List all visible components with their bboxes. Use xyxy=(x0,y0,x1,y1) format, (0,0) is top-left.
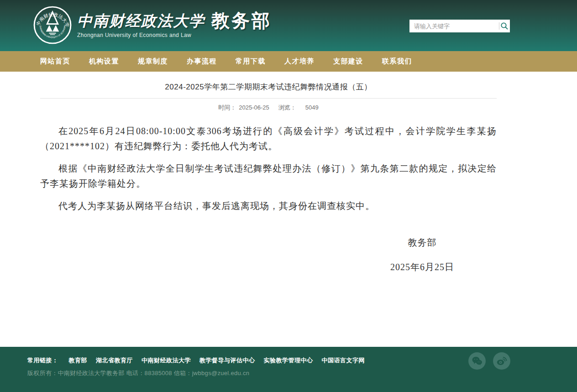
article-title: 2024-2025学年第二学期期末考试违纪舞弊情况通报（五） xyxy=(40,82,497,99)
nav-item-organization[interactable]: 机构设置 xyxy=(89,57,119,66)
meta-time-value: 2025-06-25 xyxy=(239,104,269,111)
site-header: 中南财经政法大学 ZHONGNAN UNIVERSITY OF ECONOMIC… xyxy=(0,0,577,51)
footer-link-supervision-center[interactable]: 教学督导与评估中心 xyxy=(199,356,255,365)
nav-item-party-branch[interactable]: 支部建设 xyxy=(333,57,363,66)
signature-date: 2025年6月25日 xyxy=(358,261,486,273)
seal-icon: 中南财经政法大学 ZHONGNAN UNIVERSITY OF ECONOMIC… xyxy=(33,6,72,44)
footer-link-moe[interactable]: 教育部 xyxy=(69,356,88,365)
meta-views-label: 浏览： xyxy=(278,104,296,111)
paragraph-3: 代考人为李某扬从网络平台结识，事发后逃离现场，其身份在调查核实中。 xyxy=(40,199,497,214)
nav-item-talent[interactable]: 人才培养 xyxy=(284,57,315,66)
wechat-glyph xyxy=(472,356,483,366)
nav-item-home[interactable]: 网站首页 xyxy=(40,57,70,66)
signature-block: 教务部 2025年6月25日 xyxy=(358,236,486,273)
search-box xyxy=(409,20,510,32)
site-footer: 常用链接： 教育部 湖北省教育厅 中南财经政法大学 教学督导与评估中心 实验教学… xyxy=(0,347,577,392)
footer-link-experiment-center[interactable]: 实验教学管理中心 xyxy=(264,356,313,365)
content-area: 2024-2025学年第二学期期末考试违纪舞弊情况通报（五） 时间：2025-0… xyxy=(0,72,577,347)
page: 中南财经政法大学 ZHONGNAN UNIVERSITY OF ECONOMIC… xyxy=(0,0,577,392)
paragraph-1: 在2025年6月24日08:00-10:00文泰306考场进行的《高级会计学》考… xyxy=(40,124,497,154)
wechat-icon[interactable] xyxy=(468,352,486,370)
footer-links-label: 常用链接： xyxy=(27,356,58,365)
meta-views-value: 5049 xyxy=(305,104,319,111)
nav-item-procedures[interactable]: 办事流程 xyxy=(187,57,217,66)
university-name-en: Zhongnan University of Economics and Law xyxy=(77,32,272,38)
search-icon xyxy=(500,22,509,30)
search-input[interactable] xyxy=(409,20,499,32)
paragraph-2: 根据《中南财经政法大学全日制学生考试违纪舞弊处理办法（修订）》第九条第二款的规定… xyxy=(40,161,497,191)
footer-copyright: 版权所有：中南财经政法大学教务部 电话：88385008 信箱：jwbbgs@z… xyxy=(27,369,577,377)
main-nav: 网站首页 机构设置 规章制度 办事流程 常用下载 人才培养 支部建设 联系我们 xyxy=(0,51,577,72)
nav-item-contact[interactable]: 联系我们 xyxy=(382,57,412,66)
nav-item-downloads[interactable]: 常用下载 xyxy=(236,57,266,66)
weibo-icon[interactable] xyxy=(493,352,510,370)
article: 2024-2025学年第二学期期末考试违纪舞弊情况通报（五） 时间：2025-0… xyxy=(40,72,497,273)
meta-time-label: 时间： xyxy=(218,104,236,111)
article-body: 在2025年6月24日08:00-10:00文泰306考场进行的《高级会计学》考… xyxy=(40,124,497,214)
footer-link-zuel[interactable]: 中南财经政法大学 xyxy=(142,356,191,365)
footer-link-language-net[interactable]: 中国语言文字网 xyxy=(322,356,365,365)
signature-department: 教务部 xyxy=(358,236,486,249)
university-name-cn: 中南财经政法大学 xyxy=(77,11,205,31)
footer-social-icons xyxy=(468,352,510,370)
article-meta: 时间：2025-06-25浏览：5049 xyxy=(40,104,497,112)
footer-link-hubei-edu[interactable]: 湖北省教育厅 xyxy=(96,356,133,365)
department-name: 教务部 xyxy=(211,10,272,31)
search-button[interactable] xyxy=(499,20,510,32)
university-seal-logo[interactable]: 中南财经政法大学 ZHONGNAN UNIVERSITY OF ECONOMIC… xyxy=(33,6,72,44)
brand-block: 中南财经政法大学 教务部 Zhongnan University of Econ… xyxy=(77,10,272,38)
nav-item-regulations[interactable]: 规章制度 xyxy=(138,57,168,66)
weibo-glyph xyxy=(496,356,507,366)
